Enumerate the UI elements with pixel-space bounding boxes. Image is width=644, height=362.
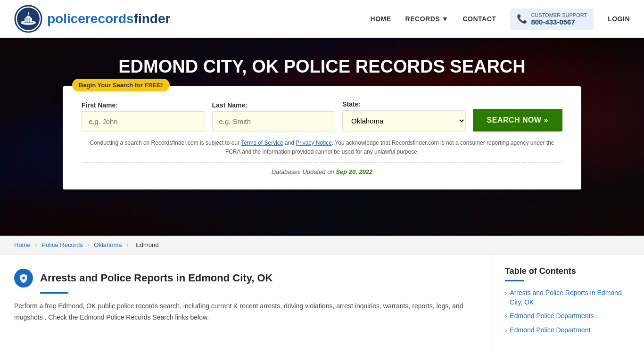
search-form-row: First Name: Last Name: State: Oklahoma A… [82, 100, 562, 132]
chevron-down-icon: ▼ [442, 15, 448, 23]
toc-title: Table of Contents [505, 266, 632, 276]
svg-rect-8 [24, 22, 33, 23]
toc-list: › Arrests and Police Reports in Edmond C… [505, 288, 632, 335]
toc-item: › Edmond Police Department [505, 326, 632, 335]
state-label: State: [342, 100, 466, 108]
last-name-group: Last Name: [212, 101, 336, 132]
svg-rect-6 [27, 18, 28, 23]
section-header: Arrests and Police Reports in Edmond Cit… [14, 269, 479, 288]
main-content: Arrests and Police Reports in Edmond Cit… [0, 255, 493, 351]
svg-point-9 [22, 277, 25, 280]
state-group: State: Oklahoma Alabama Alaska Arizona A… [342, 100, 466, 132]
customer-support-box: 📞 CUSTOMER SUPPORT 800-433-0567 [510, 8, 594, 30]
toc-link-1[interactable]: Arrests and Police Reports in Edmond Cit… [510, 288, 632, 307]
db-updated: Databases Updated on Sep 20, 2022 [82, 168, 562, 175]
first-name-label: First Name: [82, 101, 205, 109]
search-button[interactable]: SEARCH NOW » [473, 109, 562, 132]
logo[interactable]: policerecordsfinder [14, 5, 170, 33]
sidebar: Table of Contents › Arrests and Police R… [493, 255, 644, 351]
hero-title: EDMOND CITY, OK POLICE RECORDS SEARCH [118, 57, 526, 77]
db-date: Sep 20, 2022 [336, 168, 372, 175]
breadcrumb-sep-1: › [35, 241, 37, 248]
nav-home[interactable]: HOME [371, 15, 391, 23]
search-card: Begin Your Search for FREE! First Name: … [63, 86, 581, 189]
toc-link-3[interactable]: Edmond Police Department [510, 326, 590, 335]
first-name-input[interactable] [82, 111, 205, 132]
breadcrumb-sep-2: › [87, 241, 89, 248]
toc-arrow-1: › [505, 289, 507, 296]
toc-arrow-2: › [505, 313, 507, 320]
content-area: Arrests and Police Reports in Edmond Cit… [0, 255, 644, 351]
svg-rect-5 [25, 18, 26, 23]
tos-link[interactable]: Terms of Service [241, 140, 283, 146]
nav-records[interactable]: RECORDS ▼ [405, 15, 449, 23]
privacy-link[interactable]: Privacy Notice [296, 140, 332, 146]
logo-icon [14, 5, 42, 33]
breadcrumb-current: Edmond [136, 241, 158, 248]
last-name-input[interactable] [212, 111, 336, 132]
toc-arrow-3: › [505, 327, 507, 334]
logo-text: policerecordsfinder [47, 11, 170, 26]
toc-item: › Arrests and Police Reports in Edmond C… [505, 288, 632, 307]
login-button[interactable]: LOGIN [608, 15, 630, 23]
phone-icon: 📞 [517, 14, 527, 24]
cs-phone: 800-433-0567 [531, 18, 587, 26]
section-icon [14, 269, 33, 288]
breadcrumb: Home › Police Records › Oklahoma › Edmon… [0, 236, 644, 255]
toc-divider [505, 280, 524, 281]
state-select[interactable]: Oklahoma Alabama Alaska Arizona Arkansas… [342, 110, 466, 132]
svg-rect-4 [28, 12, 29, 15]
toc-link-2[interactable]: Edmond Police Departments [510, 312, 594, 321]
site-header: policerecordsfinder HOME RECORDS ▼ CONTA… [0, 0, 644, 38]
breadcrumb-oklahoma[interactable]: Oklahoma [94, 241, 122, 248]
section-underline [40, 292, 68, 294]
cs-label: CUSTOMER SUPPORT [531, 12, 587, 18]
svg-rect-7 [29, 18, 30, 23]
badge-icon [18, 273, 29, 283]
form-disclaimer: Conducting a search on Recordsfinder.com… [82, 139, 562, 156]
breadcrumb-sep-3: › [126, 241, 128, 248]
breadcrumb-home[interactable]: Home [14, 241, 31, 248]
section-title: Arrests and Police Reports in Edmond Cit… [40, 272, 272, 284]
hero-section: EDMOND CITY, OK POLICE RECORDS SEARCH Be… [0, 38, 644, 236]
form-divider [82, 162, 562, 163]
free-badge: Begin Your Search for FREE! [72, 79, 170, 91]
breadcrumb-police-records[interactable]: Police Records [41, 241, 83, 248]
section-body: Perform a free Edmond, OK public police … [14, 301, 479, 323]
nav-contact[interactable]: CONTACT [462, 15, 496, 23]
toc-item: › Edmond Police Departments [505, 312, 632, 321]
main-nav: HOME RECORDS ▼ CONTACT 📞 CUSTOMER SUPPOR… [371, 8, 630, 30]
last-name-label: Last Name: [212, 101, 336, 109]
first-name-group: First Name: [82, 101, 205, 132]
